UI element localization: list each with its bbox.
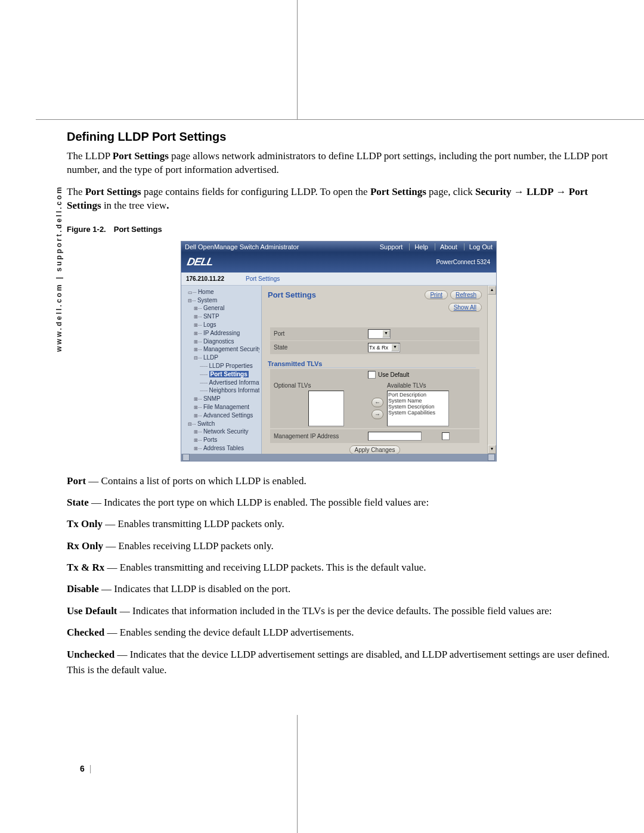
mgmt-ip-input[interactable]: [368, 432, 422, 441]
intro-para-2: The Port Settings page contains fields f…: [67, 185, 611, 213]
app-title: Dell OpenManage Switch Administrator: [185, 243, 299, 250]
tree-item[interactable]: ······ LLDP Properties: [183, 362, 259, 370]
intro-para-1: The LLDP Port Settings page allows netwo…: [67, 150, 611, 177]
link-logout[interactable]: Log Out: [464, 243, 493, 250]
field-checked: Checked — Enables sending the device def…: [67, 625, 611, 640]
breadcrumb: Port Settings: [246, 275, 280, 282]
tree-item[interactable]: ⊞··· General: [183, 304, 259, 312]
link-help[interactable]: Help: [409, 243, 428, 250]
link-about[interactable]: About: [435, 243, 457, 250]
apply-changes-button[interactable]: Apply Changes: [349, 445, 401, 454]
titlebar-links: Support Help About Log Out: [375, 243, 493, 250]
scroll-left-icon[interactable]: [182, 454, 190, 461]
row-use-default: Use Default: [270, 369, 479, 380]
scroll-up-icon[interactable]: ▴: [488, 286, 496, 295]
field-port: Port — Contains a list of ports on which…: [67, 473, 611, 489]
list-item[interactable]: System Capabilities: [388, 410, 448, 416]
field-rxonly: Rx Only — Enables receiving LLDP packets…: [67, 538, 611, 554]
label-mgmt-ip: Management IP Address: [274, 433, 368, 439]
field-state: State — Indicates the port type on which…: [67, 495, 611, 510]
tree-item[interactable]: ⊟··· LLDP: [183, 354, 259, 362]
field-disable: Disable — Indicates that LLDP is disable…: [67, 581, 611, 597]
tree-item[interactable]: ······ Neighbors Information: [183, 386, 259, 395]
nav-tree[interactable]: ▭··· Home⊟··· System⊞··· General⊞··· SNT…: [181, 286, 262, 454]
page-title: Port Settings: [268, 290, 316, 299]
tree-item[interactable]: ⊞··· Diagnostics: [183, 337, 259, 346]
label-port: Port: [274, 330, 368, 337]
scroll-down-icon[interactable]: ▾: [488, 445, 496, 454]
scrollbar[interactable]: ▴▾: [487, 286, 496, 454]
list-item[interactable]: System Description: [388, 404, 448, 410]
tree-hscroll[interactable]: [181, 454, 496, 461]
field-usedefault: Use Default — Indicates that information…: [67, 603, 611, 619]
screenshot-port-settings: Dell OpenManage Switch Administrator Sup…: [181, 241, 497, 462]
tree-item[interactable]: ⊞··· Ports: [183, 436, 259, 444]
tree-item[interactable]: ⊟··· System: [183, 296, 259, 305]
tree-item[interactable]: ⊞··· Management Security: [183, 345, 259, 354]
chevron-down-icon[interactable]: ▼: [391, 343, 399, 351]
chevron-down-icon[interactable]: ▼: [382, 330, 390, 337]
mgmt-ip-checkbox[interactable]: [442, 432, 450, 440]
tree-item[interactable]: ⊞··· IP Addressing: [183, 329, 259, 337]
list-item[interactable]: Port Description: [388, 392, 448, 398]
port-select[interactable]: ▼: [368, 329, 391, 339]
divider-top: [297, 0, 298, 119]
row-state: State Tx & Rx▼: [270, 340, 479, 354]
row-mgmt-ip: Management IP Address: [270, 429, 479, 443]
device-ip: 176.210.11.22: [186, 275, 246, 282]
show-all-button[interactable]: Show All: [448, 303, 482, 312]
field-txonly: Tx Only — Enables transmitting LLDP pack…: [67, 516, 611, 532]
print-button[interactable]: Print: [425, 290, 448, 299]
tree-item[interactable]: ⊞··· File Management: [183, 403, 259, 411]
tree-item[interactable]: ⊟··· Switch: [183, 420, 259, 428]
field-unchecked: Unchecked — Indicates that the device LL…: [67, 647, 611, 679]
tree-item[interactable]: ▭··· Home: [183, 288, 259, 296]
tree-item[interactable]: ······ Advertised Information: [183, 379, 259, 387]
section-transmitted-tlvs: Transmitted TLVs: [268, 360, 476, 368]
divider-bottom: [297, 715, 298, 833]
list-item[interactable]: System Name: [388, 398, 448, 404]
figure-caption: Figure 1-2. Port Settings: [67, 225, 611, 234]
tree-item[interactable]: ⊞··· Address Tables: [183, 444, 259, 451]
side-url: www.dell.com | support.dell.com: [55, 185, 63, 352]
label-state: State: [274, 344, 368, 351]
link-support[interactable]: Support: [380, 243, 403, 250]
dell-logo: DELL: [187, 256, 213, 268]
label-optional-tlvs: Optional TLVs: [274, 382, 368, 389]
tree-item[interactable]: ⊞··· Network Security: [183, 428, 259, 436]
state-select[interactable]: Tx & Rx▼: [368, 343, 400, 352]
available-tlvs-listbox[interactable]: Port DescriptionSystem NameSystem Descri…: [387, 391, 449, 426]
tree-item[interactable]: ⊞··· Logs: [183, 321, 259, 329]
move-left-button[interactable]: ←: [371, 398, 383, 407]
tree-item[interactable]: ⊞··· SNTP: [183, 312, 259, 321]
use-default-checkbox[interactable]: [368, 371, 376, 379]
product-name: PowerConnect 5324: [436, 259, 490, 265]
tree-item[interactable]: ⊞··· Advanced Settings: [183, 411, 259, 420]
section-heading: Defining LLDP Port Settings: [67, 130, 611, 144]
tree-item[interactable]: ⊞··· SNMP: [183, 395, 259, 403]
refresh-button[interactable]: Refresh: [450, 290, 482, 299]
label-use-default: Use Default: [378, 371, 409, 378]
optional-tlvs-listbox[interactable]: [308, 391, 344, 426]
row-tlv-lists: Optional TLVs ← → Available TLVs Port De…: [270, 380, 479, 428]
label-available-tlvs: Available TLVs: [387, 382, 449, 389]
page-number: 6|: [80, 764, 96, 773]
move-right-button[interactable]: →: [371, 410, 383, 419]
row-port: Port ▼: [270, 327, 479, 340]
horizontal-rule: [36, 119, 644, 120]
tree-item[interactable]: ······ Port Settings: [183, 370, 259, 379]
app-titlebar: Dell OpenManage Switch Administrator Sup…: [181, 241, 496, 252]
scroll-right-icon[interactable]: [488, 454, 495, 461]
field-txrx: Tx & Rx — Enables transmitting and recei…: [67, 560, 611, 575]
